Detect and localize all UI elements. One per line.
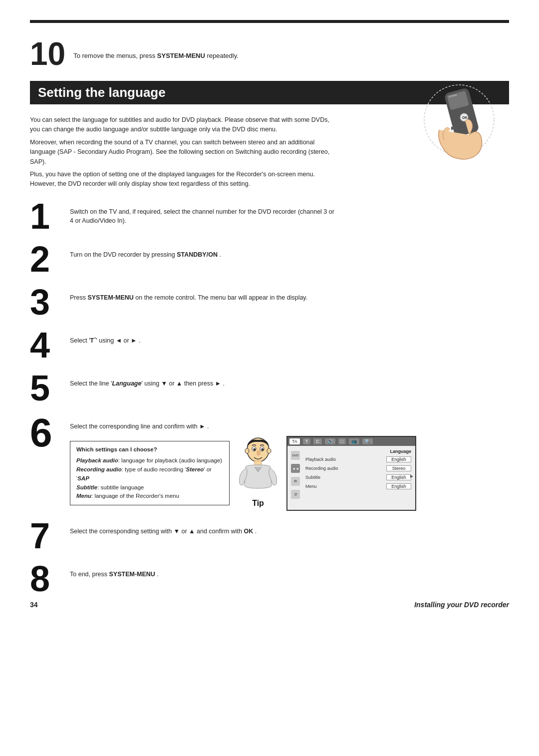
- step-row-1: 1 Switch on the TV and, if required, sel…: [30, 198, 509, 234]
- menu-value-subtitle: English: [386, 474, 411, 480]
- menu-row-menu: Menu English: [303, 483, 413, 490]
- menu-tab-t: T: [303, 438, 311, 444]
- menu-tab-box: □: [338, 438, 346, 444]
- footer-bar: 34 Installing your DVD recorder: [0, 601, 539, 609]
- menu-icon-rewind: ◄◄: [291, 464, 300, 473]
- remote-illustration: SYSTEM OK: [409, 80, 509, 171]
- top-bar: [30, 20, 509, 23]
- setting-item-2: Recording audio: type of audio recording…: [76, 465, 223, 483]
- step-number-1: 1: [30, 198, 70, 234]
- step10-row: 10 To remove the menus, press SYSTEM-MEN…: [30, 38, 509, 70]
- step-number-8: 8: [30, 561, 70, 597]
- svg-point-14: [262, 448, 264, 451]
- step10-number: 10: [30, 38, 65, 70]
- tip-label: Tip: [252, 499, 264, 508]
- menu-screenshot: TA T C 🔊 □ 📺 🔍 DVD ◄◄: [286, 436, 416, 511]
- menu-icon-timer: ⏱: [291, 490, 300, 499]
- step-content-8: To end, press SYSTEM-MENU .: [70, 561, 159, 579]
- step-number-5: 5: [30, 370, 70, 406]
- menu-tab-ta: TA: [289, 438, 300, 444]
- step-row-2: 2 Turn on the DVD recorder by pressing S…: [30, 241, 509, 277]
- menu-row-playback: Playback audio English: [303, 456, 413, 463]
- menu-label-menu: Menu: [305, 484, 317, 489]
- step-number-2: 2: [30, 241, 70, 277]
- step-content-1: Switch on the TV and, if required, selec…: [70, 198, 339, 226]
- menu-value-recording: Stereo: [386, 465, 411, 471]
- menu-body: DVD ◄◄ ✉ ⏱ Language Playback audio Eng: [287, 446, 415, 502]
- intro-text: You can select the language for subtitle…: [30, 115, 339, 189]
- menu-tab-search: 🔍: [362, 438, 373, 444]
- step-row-3: 3 Press SYSTEM-MENU on the remote contro…: [30, 284, 509, 320]
- step-content-7: Select the corresponding setting with ▼ …: [70, 518, 257, 536]
- setting-item-4: Menu: language of the Recorder's menu: [76, 492, 223, 501]
- menu-icon-msg: ✉: [291, 477, 300, 486]
- which-settings-title: Which settings can I choose?: [76, 445, 223, 454]
- step-row-7: 7 Select the corresponding setting with …: [30, 518, 509, 554]
- svg-point-16: [263, 449, 264, 450]
- menu-value-menu: English: [386, 483, 411, 489]
- setting-item-1: Playback audio: language for playback (a…: [76, 456, 223, 465]
- menu-row-subtitle: Subtitle English: [303, 474, 413, 481]
- step-row-5: 5 Select the line 'Language' using ▼ or …: [30, 370, 509, 406]
- svg-point-15: [255, 449, 256, 450]
- page-container: 10 To remove the menus, press SYSTEM-MEN…: [0, 0, 539, 624]
- menu-label-subtitle: Subtitle: [305, 475, 320, 480]
- menu-header: TA T C 🔊 □ 📺 🔍: [287, 437, 415, 446]
- setting-item-3: Subtitle: subtitle language: [76, 483, 223, 492]
- step-number-4: 4: [30, 327, 70, 363]
- svg-point-18: [267, 448, 271, 453]
- step-row-8: 8 To end, press SYSTEM-MENU .: [30, 561, 509, 597]
- steps-area: 1 Switch on the TV and, if required, sel…: [30, 198, 509, 597]
- menu-row-recording: Recording audio Stereo: [303, 465, 413, 472]
- character-illustration: [236, 436, 280, 496]
- which-settings-box: Which settings can I choose? Playback au…: [70, 441, 230, 505]
- step-content-3: Press SYSTEM-MENU on the remote control.…: [70, 284, 307, 303]
- step-content-2: Turn on the DVD recorder by pressing STA…: [70, 241, 221, 260]
- menu-icon-dvd: DVD: [291, 451, 300, 460]
- menu-arrow: ►: [409, 473, 414, 479]
- tip-character-box: Tip: [236, 436, 280, 508]
- menu-label-recording: Recording audio: [305, 466, 338, 471]
- svg-point-17: [245, 448, 249, 453]
- menu-content-col: Language Playback audio English Recordin…: [303, 449, 413, 499]
- step-content-5: Select the line 'Language' using ▼ or ▲ …: [70, 370, 225, 388]
- step-number-6: 6: [30, 413, 70, 453]
- footer-title: Installing your DVD recorder: [414, 601, 509, 609]
- page-number: 34: [30, 601, 38, 609]
- menu-tab-audio: 🔊: [325, 438, 335, 444]
- menu-tab-tv: 📺: [349, 438, 359, 444]
- menu-value-playback: English: [386, 456, 411, 462]
- step-number-7: 7: [30, 518, 70, 554]
- step-row-6: 6 Select the corresponding line and conf…: [30, 413, 509, 511]
- step-content-4: Select 'Tˆ' using ◄ or ► .: [70, 327, 140, 346]
- menu-label-playback: Playback audio: [305, 457, 336, 462]
- menu-lang-header: Language: [303, 449, 413, 454]
- svg-text:OK: OK: [462, 116, 468, 119]
- step10-text: To remove the menus, press SYSTEM-MENU r…: [73, 38, 239, 59]
- menu-icons-col: DVD ◄◄ ✉ ⏱: [289, 449, 301, 499]
- step-number-3: 3: [30, 284, 70, 320]
- menu-tab-c: C: [313, 438, 322, 444]
- svg-point-13: [254, 448, 256, 451]
- step-content-6: Select the corresponding line and confir…: [70, 413, 339, 431]
- step-row-4: 4 Select 'Tˆ' using ◄ or ► .: [30, 327, 509, 363]
